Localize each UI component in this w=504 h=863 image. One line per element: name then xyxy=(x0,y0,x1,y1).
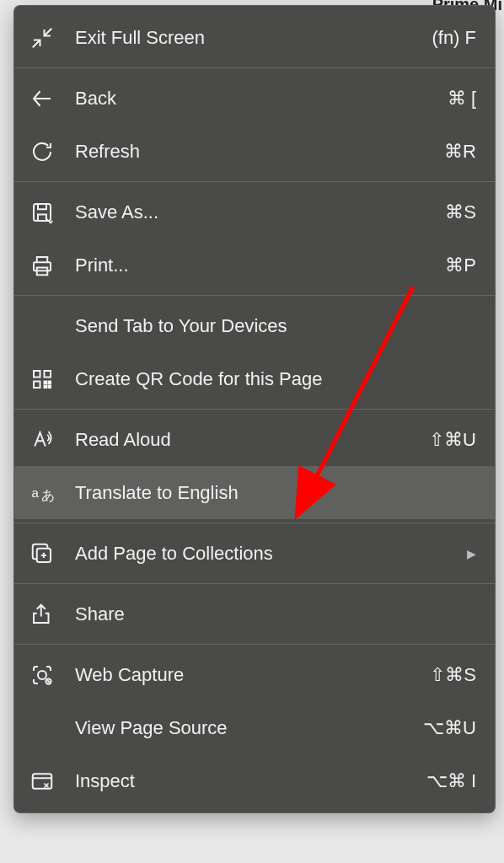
shortcut-label: ⌘R xyxy=(444,141,476,163)
menu-label: View Page Source xyxy=(75,717,410,739)
arrow-left-icon xyxy=(29,86,75,111)
refresh-icon xyxy=(29,139,75,164)
svg-rect-6 xyxy=(45,381,47,383)
menu-item-share[interactable]: Share xyxy=(14,587,495,641)
menu-item-translate[interactable]: aあTranslate to English xyxy=(14,466,495,519)
menu-separator xyxy=(14,181,495,182)
context-menu: Exit Full Screen(fn) FBack⌘ [Refresh⌘RSa… xyxy=(13,5,496,813)
shortcut-label: ⌘P xyxy=(445,255,476,276)
menu-separator xyxy=(14,409,495,410)
read-aloud-icon xyxy=(29,427,75,453)
svg-rect-8 xyxy=(45,385,47,388)
menu-label: Send Tab to Your Devices xyxy=(75,315,476,337)
shortcut-label: ⇧⌘S xyxy=(430,664,476,686)
svg-point-13 xyxy=(38,671,46,679)
menu-label: Share xyxy=(75,603,476,625)
menu-item-back[interactable]: Back⌘ [ xyxy=(14,72,495,125)
menu-item-send-tab[interactable]: Send Tab to Your Devices xyxy=(14,299,495,352)
menu-label: Add Page to Collections xyxy=(75,543,453,565)
share-icon xyxy=(29,602,75,627)
save-icon xyxy=(29,200,75,225)
menu-separator xyxy=(14,583,495,584)
menu-item-inspect[interactable]: Inspect⌥⌘ I xyxy=(14,754,495,807)
menu-separator xyxy=(14,67,495,68)
menu-label: Translate to English xyxy=(75,482,476,504)
menu-item-refresh[interactable]: Refresh⌘R xyxy=(14,125,495,178)
capture-icon xyxy=(29,662,75,688)
svg-rect-3 xyxy=(34,371,40,378)
svg-rect-5 xyxy=(34,381,40,388)
menu-item-exit-fullscreen[interactable]: Exit Full Screen(fn) F xyxy=(14,11,495,64)
menu-label: Inspect xyxy=(75,770,413,792)
menu-item-view-source[interactable]: View Page Source⌥⌘U xyxy=(14,701,495,754)
collapse-icon xyxy=(29,25,75,51)
menu-separator xyxy=(14,523,495,523)
menu-separator xyxy=(14,644,495,645)
print-icon xyxy=(29,253,75,278)
menu-label: Refresh xyxy=(75,141,431,163)
menu-label: Web Capture xyxy=(75,664,416,686)
inspect-icon xyxy=(29,769,75,794)
translate-icon: aあ xyxy=(29,480,75,506)
menu-separator xyxy=(14,295,495,296)
svg-rect-7 xyxy=(49,381,51,383)
menu-item-web-capture[interactable]: Web Capture⇧⌘S xyxy=(14,648,495,701)
shortcut-label: ⌘ [ xyxy=(448,88,476,110)
menu-item-read-aloud[interactable]: Read Aloud⇧⌘U xyxy=(14,413,495,466)
menu-item-print[interactable]: Print...⌘P xyxy=(14,239,495,292)
svg-rect-9 xyxy=(49,385,51,388)
menu-item-save-as[interactable]: Save As...⌘S xyxy=(14,185,495,239)
menu-item-add-collections[interactable]: Add Page to Collections▶ xyxy=(14,527,495,580)
menu-label: Create QR Code for this Page xyxy=(75,368,476,390)
shortcut-label: ⌥⌘ I xyxy=(426,770,476,792)
svg-rect-4 xyxy=(45,371,51,378)
chevron-right-icon: ▶ xyxy=(467,547,476,560)
menu-label: Save As... xyxy=(75,201,432,223)
shortcut-label: ⇧⌘U xyxy=(429,429,476,451)
qr-icon xyxy=(29,367,75,392)
menu-item-qr-code[interactable]: Create QR Code for this Page xyxy=(14,352,495,405)
shortcut-label: ⌥⌘U xyxy=(423,717,476,739)
shortcut-label: ⌘S xyxy=(445,201,476,223)
menu-label: Read Aloud xyxy=(75,429,416,451)
shortcut-label: (fn) F xyxy=(432,27,476,49)
svg-text:あ: あ xyxy=(41,486,55,501)
svg-rect-15 xyxy=(33,774,52,789)
svg-rect-0 xyxy=(34,204,51,221)
collections-icon xyxy=(29,541,75,566)
menu-label: Print... xyxy=(75,255,432,276)
menu-label: Back xyxy=(75,88,434,110)
menu-label: Exit Full Screen xyxy=(75,27,418,49)
svg-text:a: a xyxy=(32,485,40,500)
